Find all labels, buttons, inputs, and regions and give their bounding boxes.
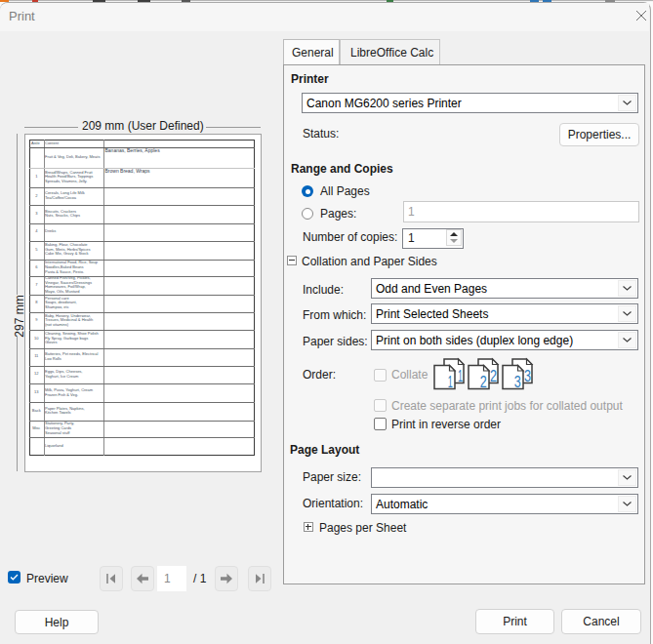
svg-text:2: 2 <box>490 367 497 385</box>
svg-text:1: 1 <box>458 367 463 385</box>
svg-text:1: 1 <box>448 373 453 391</box>
svg-text:3: 3 <box>524 367 531 385</box>
svg-text:3: 3 <box>514 373 521 391</box>
svg-text:2: 2 <box>480 373 487 391</box>
